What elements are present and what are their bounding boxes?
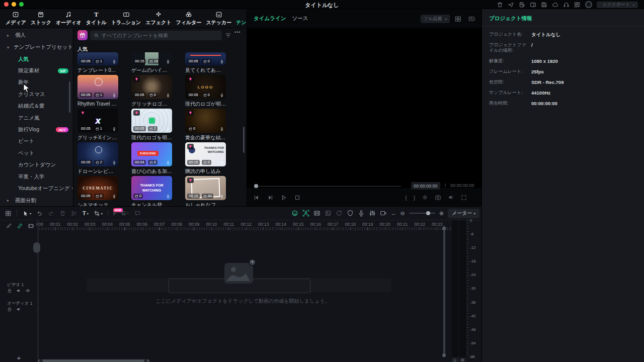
cloud-backup-icon[interactable] (552, 2, 558, 8)
sidebar-item[interactable]: Youtubeオープニング・終... (0, 183, 73, 194)
preview-settings-icon[interactable] (422, 194, 428, 201)
sidebar-item[interactable]: 新年 (0, 77, 73, 88)
undo-icon[interactable] (36, 210, 43, 217)
share-icon[interactable] (508, 2, 514, 8)
voiceover-icon[interactable] (358, 210, 365, 217)
tab-stickers[interactable]: ステッカー (205, 11, 232, 26)
timeline-ruler[interactable]: 00:0000:0100:0200:0300:0400:0500:0600:07… (29, 222, 446, 227)
film-roll-icon[interactable] (28, 223, 34, 229)
panel-layout-icon[interactable] (530, 2, 536, 8)
next-frame-button[interactable] (267, 194, 274, 201)
lock-icon[interactable] (7, 307, 12, 312)
template-card[interactable]: 0 黄金の豪華な結婚式の... (185, 109, 226, 141)
template-card[interactable]: 00:05 2 ドローンレビュー その... (77, 142, 118, 175)
template-card[interactable]: THANKS FOR WATCHING 0 チャンネル登録・終了... (131, 176, 172, 206)
ai-caption-tool[interactable]: G (122, 210, 130, 216)
speaker-icon[interactable] (16, 288, 21, 293)
sidebar-item[interactable]: カウントダウン (0, 159, 73, 171)
sidebar-item[interactable]: 結婚式＆愛 (0, 101, 73, 112)
template-card[interactable]: 00:05 2 現代のロゴを明らかに... (131, 109, 172, 141)
tab-transition[interactable]: トラ...ション (111, 11, 142, 26)
sidebar-item[interactable]: 限定素材VIP (0, 65, 73, 76)
zoom-out-icon[interactable]: ⊖ (400, 210, 405, 217)
multi-view-icon[interactable] (455, 16, 461, 22)
template-card[interactable]: THANKS FOR WATCHING 00:15 0 購読の申し込み (185, 142, 226, 175)
split-icon[interactable] (71, 210, 77, 217)
support-icon[interactable] (563, 2, 570, 8)
snapshot-icon[interactable] (435, 194, 441, 201)
tab-media[interactable]: メディア (5, 11, 27, 26)
timeline-zoom-slider[interactable] (409, 213, 435, 214)
preview-tab-timeline[interactable]: タイムライン (254, 15, 286, 22)
shortcuts-icon[interactable] (574, 2, 581, 8)
fit-timeline-icon[interactable]: ↔ (391, 210, 396, 216)
search-input[interactable] (102, 33, 218, 38)
scopes-icon[interactable] (468, 16, 475, 22)
audio-meter-toggle[interactable]: メーター▴ (448, 209, 479, 218)
caption-tool[interactable]: FNEW (113, 210, 117, 216)
stop-button[interactable] (294, 194, 301, 201)
sidebar-group-personal[interactable]: ▸個人 (0, 29, 73, 41)
sidebar-group-template-presets[interactable]: ▾テンプレートプリセット (0, 41, 73, 53)
template-card[interactable]: 00:05 0 グリッチロゴ公開 (131, 75, 172, 108)
track-layout-icon[interactable] (5, 210, 12, 217)
template-card[interactable]: CINEMATIC 00:05 0 シネマチック タイトル... (77, 176, 118, 206)
tab-stock[interactable]: ストック (30, 11, 52, 26)
mask-icon[interactable] (347, 210, 354, 217)
sidebar-scrollbar[interactable] (69, 81, 70, 113)
play-button[interactable] (280, 194, 287, 201)
mark-in-button[interactable]: { (405, 195, 407, 201)
search-bar[interactable] (90, 31, 222, 40)
template-card[interactable]: 00:05 1 テンプレート01を見て... (77, 52, 118, 74)
gift-promo-button[interactable] (77, 30, 88, 40)
speed-icon[interactable] (380, 210, 387, 217)
add-media-plus-icon[interactable]: + (249, 258, 256, 266)
multicam-icon[interactable] (313, 210, 320, 217)
quality-dropdown[interactable]: フル品質▾ (421, 15, 450, 23)
zoom-in-icon[interactable]: ⊕ (439, 210, 444, 217)
template-card[interactable]: 00:05 1 Rhythm Travel ロゴ... (77, 75, 118, 108)
select-tool[interactable]: ▾ (22, 210, 31, 217)
mute-icon[interactable] (448, 194, 454, 201)
mark-out-button[interactable]: } (414, 195, 416, 201)
sidebar-item[interactable]: 人気 (0, 53, 73, 65)
previous-frame-button[interactable] (253, 194, 260, 201)
speaker-icon[interactable] (16, 307, 21, 312)
sidebar-item[interactable]: 旅行VlogHOT (0, 124, 73, 135)
playhead[interactable] (38, 220, 38, 359)
export-button[interactable]: エクスポート ▾ (597, 2, 638, 8)
lock-icon[interactable] (7, 288, 12, 293)
beauty-icon[interactable] (291, 210, 298, 217)
seek-bar[interactable] (256, 186, 401, 187)
delete-clip-icon[interactable] (59, 210, 66, 217)
template-card[interactable]: 00:15 16 ゲームのハイライト02 (131, 52, 172, 74)
seek-handle[interactable] (254, 184, 258, 188)
link-clips-icon[interactable] (17, 223, 23, 229)
text-tool[interactable]: T▾ (83, 210, 89, 216)
timecode-current[interactable]: 00:00:00:00 (411, 182, 440, 190)
tab-audio[interactable]: オーディオ (55, 11, 82, 26)
sidebar-group-split-screen[interactable]: ▸画面分割 (0, 195, 73, 206)
sidebar-item[interactable]: クリスマス (0, 88, 73, 100)
tab-title[interactable]: Tタイトル (86, 11, 107, 26)
tab-filters[interactable]: フィルター (175, 11, 202, 26)
comment-icon[interactable] (134, 210, 141, 217)
sidebar-item[interactable]: 卒業・入学 (0, 171, 73, 183)
redo-icon[interactable] (48, 210, 54, 217)
pip-icon[interactable] (325, 210, 332, 217)
timeline-horizontal-scrollbar[interactable] (38, 359, 149, 362)
loop-icon[interactable] (336, 210, 343, 217)
razor-tool[interactable] (6, 223, 12, 229)
draft-icon[interactable] (519, 2, 525, 8)
sidebar-item[interactable]: ビート (0, 136, 73, 147)
template-card[interactable]: LOGO 00:05 0 現代のロゴが明らかに ... (185, 75, 226, 108)
template-card[interactable]: X 00:05 1 グリッチXイントロ (77, 109, 118, 141)
timeline-vertical-scrollbar[interactable] (443, 226, 445, 357)
tab-effects[interactable]: エフェクト (145, 11, 172, 26)
preview-tab-source[interactable]: ソース (292, 15, 308, 22)
add-track-button[interactable]: + (17, 354, 21, 361)
fullscreen-icon[interactable] (461, 195, 467, 201)
sidebar-item[interactable]: ペット (0, 147, 73, 159)
sidebar-item[interactable]: アニメ風 (0, 112, 73, 124)
library-scrollbar[interactable] (243, 127, 245, 153)
